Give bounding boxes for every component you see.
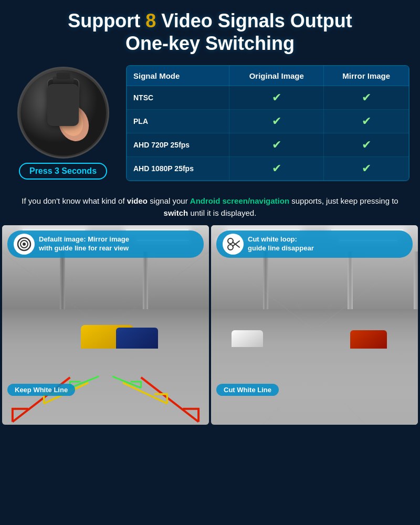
check-original: ✔ [272,162,281,175]
svg-line-34 [233,241,239,246]
original-check-cell: ✔ [229,157,324,181]
check-mirror: ✔ [362,91,371,104]
svg-point-10 [62,103,75,115]
bottom-section: Default image: Mirror imagewith guide li… [0,225,420,427]
check-mirror: ✔ [362,114,371,128]
lens-icon [14,234,35,255]
signal-table: Signal Mode Original Image Mirror Image … [127,66,409,181]
press-badge: Press 3 Seconds [19,163,107,180]
table-row: AHD 720P 25fps✔✔ [127,133,409,157]
mirror-check-cell: ✔ [324,157,409,181]
svg-point-6 [55,100,60,105]
original-check-cell: ✔ [229,110,324,133]
check-original: ✔ [272,91,281,104]
original-check-cell: ✔ [229,133,324,157]
left-panel-label: Keep White Line [7,384,75,396]
check-mirror: ✔ [362,138,371,152]
main-title: Support 8 Video Signals Output One-key S… [10,9,410,55]
signal-table-wrapper: Signal Mode Original Image Mirror Image … [126,65,410,181]
svg-rect-1 [47,79,79,118]
svg-point-5 [66,92,71,97]
table-row: NTSC✔✔ [127,86,409,110]
left-panel-header: Default image: Mirror imagewith guide li… [7,230,204,258]
right-panel-text: Cut white loop:guide line disappear [248,235,314,253]
check-mirror: ✔ [362,162,371,175]
signal-mode-cell: AHD 1080P 25fps [127,157,229,181]
connector-svg [19,68,108,158]
button-circle-image [17,67,109,159]
signal-mode-cell: PLA [127,110,229,133]
right-panel-header: Cut white loop:guide line disappear [216,230,413,258]
signal-mode-cell: AHD 720P 25fps [127,133,229,157]
top-section: Press 3 Seconds Signal Mode Original Ima… [0,60,420,189]
button-image-area: Press 3 Seconds [10,67,116,180]
col-signal-mode: Signal Mode [127,66,229,86]
left-panel-text: Default image: Mirror imagewith guide li… [39,235,129,253]
svg-point-11 [55,112,64,120]
svg-point-24 [23,243,26,246]
original-check-cell: ✔ [229,86,324,110]
left-camera-panel: Default image: Mirror imagewith guide li… [2,225,209,425]
svg-point-4 [55,92,60,97]
signal-mode-cell: NTSC [127,86,229,110]
col-mirror-image: Mirror Image [324,66,409,86]
check-original: ✔ [272,138,281,152]
svg-point-31 [228,238,233,244]
col-original-image: Original Image [229,66,324,86]
svg-rect-3 [56,72,70,79]
check-original: ✔ [272,114,281,128]
table-row: PLA✔✔ [127,110,409,133]
scissors-icon [223,234,244,255]
mirror-check-cell: ✔ [324,86,409,110]
svg-line-33 [233,242,239,247]
page-wrapper: Support 8 Video Signals Output One-key S… [0,0,420,427]
header-section: Support 8 Video Signals Output One-key S… [0,0,420,60]
right-panel-label: Cut White Line [216,384,279,396]
right-camera-panel: Cut white loop:guide line disappear Cut … [211,225,418,425]
mirror-check-cell: ✔ [324,133,409,157]
info-text: If you don't know what kind of video sig… [0,189,420,225]
table-row: AHD 1080P 25fps✔✔ [127,157,409,181]
svg-point-32 [228,245,233,250]
mirror-check-cell: ✔ [324,110,409,133]
svg-point-7 [66,100,71,105]
